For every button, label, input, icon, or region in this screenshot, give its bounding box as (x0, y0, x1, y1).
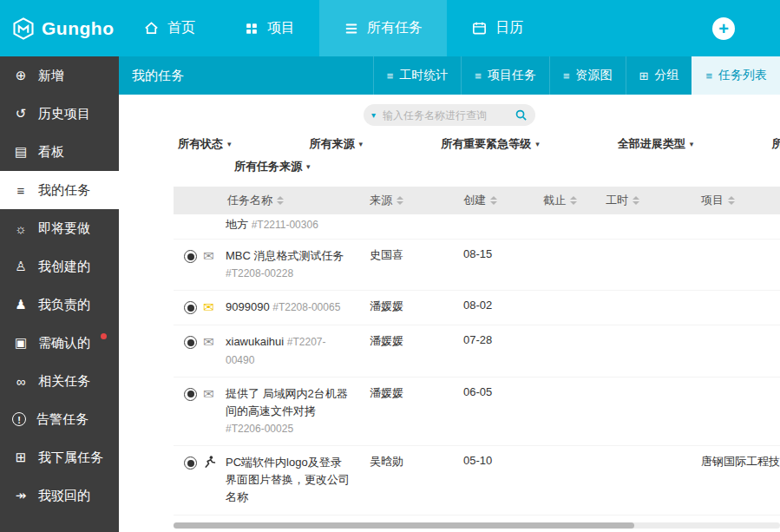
sort-icon (633, 196, 639, 205)
sidebar-item-label: 看板 (38, 144, 64, 161)
filter-status[interactable]: 所有状态 ▾ (178, 136, 232, 152)
search-input[interactable] (381, 108, 509, 122)
task-name[interactable]: MBC 消息格式测试任务 (226, 249, 344, 262)
grid-icon: ⊞ (639, 69, 649, 82)
brand-logo[interactable]: Gungho (0, 0, 119, 56)
task-source: 潘媛媛 (356, 333, 441, 349)
home-icon (143, 20, 160, 36)
sort-icon (397, 196, 403, 205)
envelope-open-icon: ✉ (203, 248, 214, 263)
sidebar-item-my-tasks[interactable]: ≡ 我的任务 (0, 171, 119, 209)
radio-button[interactable] (184, 336, 197, 349)
task-id: #T2208-00228 (226, 267, 293, 279)
plus-circle-icon: ⊕ (12, 68, 29, 83)
task-created: 08-15 (441, 247, 524, 260)
task-id: #T2206-00025 (226, 423, 293, 435)
horizontal-scrollbar-track (174, 522, 780, 529)
nav-projects[interactable]: 项目 (220, 0, 319, 56)
tab-project-tasks[interactable]: ≡ 项目任务 (461, 56, 549, 95)
envelope-unread-icon: ✉ (203, 299, 214, 314)
task-id: #T2211-00306 (252, 219, 318, 231)
sidebar-item-rejected-by-me[interactable]: ↠ 我驳回的 (0, 476, 119, 515)
radio-button[interactable] (184, 388, 197, 401)
tab-hours-statistics[interactable]: ≡ 工时统计 (373, 56, 462, 95)
filter-row-1: 所有状态 ▾ 所有来源 ▾ 所有重要紧急等级 ▾ 全部进展类型 ▾ 所有 ▾ (119, 136, 780, 152)
top-navigation: 首页 项目 所有任务 (119, 0, 780, 56)
sidebar-item-alert-tasks[interactable]: ! 告警任务 (0, 400, 119, 438)
task-source: 潘媛媛 (356, 299, 441, 314)
column-header-created[interactable]: 创建 (441, 193, 524, 208)
tab-task-list[interactable]: ≡ 任务列表 (692, 56, 780, 95)
task-name[interactable]: 地方 (226, 218, 248, 231)
forward-arrow-icon: ↠ (12, 488, 29, 503)
sidebar-item-label: 我下属任务 (38, 450, 103, 466)
task-name[interactable]: PC端软件内logo及登录界面图片替换，更改公司名称 (226, 456, 350, 503)
tab-resource-map[interactable]: ≡ 资源图 (549, 56, 626, 95)
sidebar-item-owned-by-me[interactable]: ♟ 我负责的 (0, 286, 119, 324)
sidebar-item-new[interactable]: ⊕ 新增 (0, 56, 119, 95)
column-header-hours[interactable]: 工时 (588, 193, 675, 208)
column-header-source[interactable]: 来源 (356, 193, 441, 208)
task-id: #T2208-00065 (272, 301, 340, 313)
column-header-project[interactable]: 项目 (675, 193, 780, 208)
sidebar-item-needs-confirmation[interactable]: ▣ 需确认的 (0, 324, 119, 362)
nav-calendar-label: 日历 (495, 19, 523, 37)
filter-truncated[interactable]: 所有 ▾ (771, 136, 780, 152)
radio-button[interactable] (184, 456, 197, 470)
nav-home[interactable]: 首页 (119, 0, 220, 56)
sun-burst-icon: ☼ (12, 221, 29, 236)
calendar-icon (471, 20, 488, 36)
sidebar-item-history-projects[interactable]: ↺ 历史项目 (0, 95, 119, 133)
column-header-deadline[interactable]: 截止 (524, 193, 588, 208)
add-button[interactable]: + (712, 17, 735, 40)
list-icon: ≡ (475, 69, 482, 82)
tab-grouping[interactable]: ⊞ 分组 (626, 56, 692, 95)
task-name[interactable]: 提供了 局域网内2台机器间的高速文件对拷 (226, 387, 348, 417)
sort-icon (728, 196, 735, 205)
chevron-down-icon[interactable]: ▾ (371, 110, 376, 120)
brand-name: Gungho (42, 18, 114, 39)
sidebar-item-created-by-me[interactable]: ♙ 我创建的 (0, 247, 119, 286)
task-name[interactable]: 9099090 (226, 300, 270, 313)
filter-label: 所有状态 (178, 136, 223, 152)
history-icon: ↺ (12, 106, 29, 122)
tab-label: 任务列表 (718, 68, 767, 83)
sidebar-item-label: 告警任务 (36, 411, 88, 428)
sidebar-item-label: 相关任务 (38, 373, 90, 390)
sidebar-item-label: 我负责的 (38, 297, 90, 313)
task-source: 史国喜 (356, 247, 441, 263)
sidebar-item-related-tasks[interactable]: ∞ 相关任务 (0, 362, 119, 400)
sidebar-item-upcoming[interactable]: ☼ 即将要做 (0, 209, 119, 247)
task-name[interactable]: xiawukaihui (226, 335, 284, 348)
envelope-open-icon: ✉ (203, 334, 214, 349)
task-project: 唐钢国际工程技术有 (675, 454, 780, 470)
filter-priority-level[interactable]: 所有重要紧急等级 ▾ (441, 136, 540, 152)
search-icon[interactable] (515, 108, 528, 122)
table-row: ✉ xiawukaihui #T2207-00490 潘媛媛 07-28 (174, 325, 780, 377)
nav-calendar[interactable]: 日历 (447, 0, 547, 56)
radio-button[interactable] (184, 301, 197, 314)
sidebar-item-label: 我驳回的 (38, 488, 90, 504)
runner-icon (203, 455, 216, 469)
filter-label: 所有任务来源 (234, 159, 302, 174)
radio-button[interactable] (184, 250, 197, 263)
nav-all-tasks[interactable]: 所有任务 (319, 0, 447, 56)
sidebar-item-subordinate-tasks[interactable]: ⊞ 我下属任务 (0, 438, 119, 476)
filter-label: 所有来源 (310, 136, 355, 152)
view-tabs: ≡ 工时统计 ≡ 项目任务 ≡ 资源图 ⊞ 分组 ≡ 任务列表 (373, 56, 780, 95)
grid-icon (244, 21, 259, 36)
column-header-name[interactable]: 任务名称 (226, 193, 356, 208)
filter-source[interactable]: 所有来源 ▾ (310, 136, 364, 152)
table-row: ✉ 提供了 局域网内2台机器间的高速文件对拷 #T2206-00025 潘媛媛 … (174, 378, 780, 446)
filter-task-source[interactable]: 所有任务来源 ▾ (234, 159, 311, 174)
sidebar-item-label: 即将要做 (38, 220, 90, 237)
chevron-down-icon: ▾ (306, 162, 311, 171)
chevron-down-icon: ▾ (227, 140, 232, 148)
filter-row-2: 所有任务来源 ▾ (119, 159, 780, 174)
nav-projects-label: 项目 (267, 19, 295, 37)
main-content: ▾ 所有状态 ▾ 所有来源 ▾ 所有重要紧急等级 ▾ 全 (119, 95, 780, 532)
horizontal-scrollbar-thumb[interactable] (174, 522, 634, 529)
sidebar-item-kanban[interactable]: ▤ 看板 (0, 133, 119, 171)
list-icon: ≡ (705, 69, 712, 82)
filter-progress-type[interactable]: 全部进展类型 ▾ (618, 136, 694, 152)
